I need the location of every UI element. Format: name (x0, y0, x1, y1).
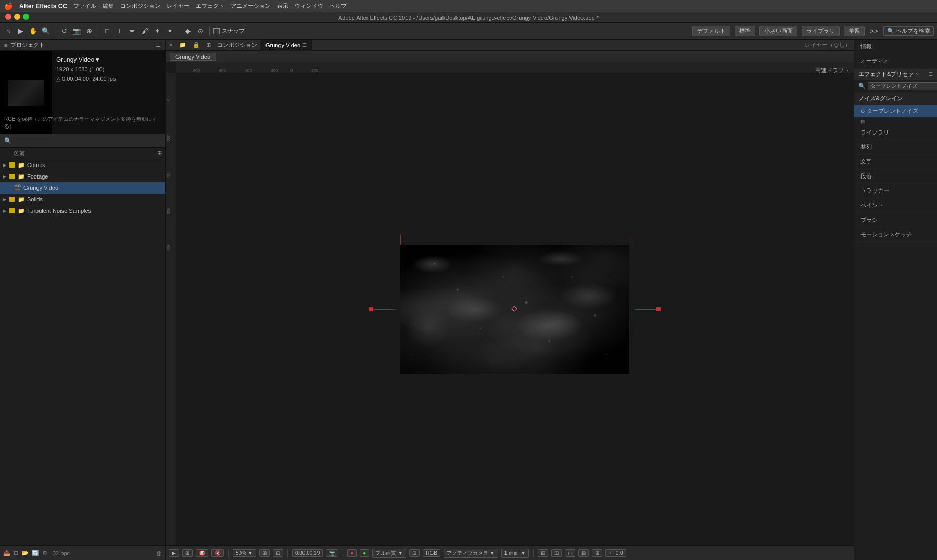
menu-file[interactable]: ファイル (73, 2, 96, 10)
file-item-solids[interactable]: ▶ 📁 Solids (0, 194, 165, 205)
layout-btn[interactable]: ⊞ (578, 549, 589, 557)
roto-icon[interactable]: ⊙ (195, 26, 206, 36)
hand-icon[interactable]: ✋ (28, 26, 39, 36)
project-search-input[interactable] (15, 138, 161, 144)
info-panel-item[interactable]: 情報 (854, 40, 937, 54)
puppet-icon[interactable]: ✦ (164, 26, 175, 36)
workspace-small[interactable]: 小さい画面 (759, 26, 797, 36)
pin-icon[interactable]: ◆ (183, 26, 193, 36)
fit-button[interactable]: ⊞ (259, 549, 270, 557)
channel-btn[interactable]: RGB (423, 549, 440, 557)
effects-search-input[interactable] (868, 82, 937, 90)
file-item-footage[interactable]: ▶ 📁 Footage (0, 171, 165, 182)
mask-btn[interactable]: ◻ (565, 549, 575, 557)
brush-icon[interactable]: 🖌 (140, 26, 150, 36)
view-count-select[interactable]: 1 画面 ▼ (501, 549, 529, 558)
anchor-diamond (511, 306, 517, 311)
menu-help[interactable]: ヘルプ (330, 2, 347, 10)
overlay-btn[interactable]: ⊡ (551, 549, 562, 557)
timecode-display[interactable]: 0:00:00:19 (292, 549, 323, 557)
library-panel-item[interactable]: ライブラリ (854, 125, 937, 140)
clone-icon[interactable]: ✦ (152, 26, 162, 36)
menu-effect[interactable]: エフェクト (196, 2, 224, 10)
apple-menu[interactable]: 🍎 (4, 2, 13, 10)
menu-edit[interactable]: 編集 (103, 2, 114, 10)
new-comp-icon[interactable]: ⊞ (14, 550, 18, 556)
camera-select[interactable]: アクティブカメラ ▼ (444, 549, 498, 558)
tracker-panel-item[interactable]: トラッカー (854, 184, 937, 198)
render-button[interactable]: ⊞ (182, 549, 193, 557)
menu-window[interactable]: ウィンドウ (295, 2, 323, 10)
rect-icon[interactable]: □ (102, 26, 112, 36)
text-icon[interactable]: ✒ (127, 26, 137, 36)
play-button[interactable]: ▶ (169, 549, 179, 557)
file-item-turbulent[interactable]: ▶ 📁 Turbulent Noise Samples (0, 205, 165, 217)
motion-sketch-panel-item[interactable]: モーションスケッチ (854, 227, 937, 242)
comp-tab-grungy[interactable]: Grungy Video ☰ (260, 40, 312, 51)
effects-item-turbulent[interactable]: ⊙ ターブレントノイズ (854, 105, 937, 118)
expand-arrow-solids[interactable]: ▶ (3, 197, 7, 202)
menu-animation[interactable]: アニメーション (231, 2, 271, 10)
audio-panel-item[interactable]: オーディオ (854, 54, 937, 69)
workspace-standard[interactable]: 標準 (735, 26, 755, 36)
help-search[interactable]: 🔍 ヘルプを検索 (883, 26, 934, 36)
effects-menu-icon[interactable]: ☰ (929, 72, 933, 77)
transparency-btn[interactable]: ⊡ (409, 549, 420, 557)
folder-new-icon[interactable]: 📂 (21, 550, 29, 556)
preview-opts[interactable]: 🎯 (196, 549, 208, 557)
project-menu-icon[interactable]: ☰ (156, 42, 161, 48)
menu-layer[interactable]: レイヤー (167, 2, 189, 10)
help-search-label: ヘルプを検索 (896, 27, 930, 35)
workspace-learn[interactable]: 学習 (844, 26, 865, 36)
project-panel-header: ≡ プロジェクト ☰ (0, 40, 165, 51)
close-button[interactable] (5, 14, 11, 20)
expand-arrow-turbulent[interactable]: ▶ (3, 209, 7, 213)
home-icon[interactable]: ⌂ (3, 26, 14, 36)
workspace-default[interactable]: デフォルト (692, 26, 730, 36)
zoom-icon[interactable]: 🔍 (41, 26, 51, 36)
project-icon: ≡ (4, 42, 7, 48)
paragraph-panel-item[interactable]: 段落 (854, 169, 937, 184)
tab-folder-icon: 📁 (176, 42, 189, 48)
file-item-grungy-video[interactable]: 🎬 Grungy Video (0, 182, 165, 194)
more-btn[interactable]: ⊞ (592, 549, 602, 557)
color-picker2[interactable]: ● (360, 549, 369, 557)
more-workspaces-icon[interactable]: >> (869, 26, 879, 36)
noise-patch-5 (405, 309, 451, 348)
text-panel-item[interactable]: 文字 (854, 155, 937, 169)
file-list: 名前 ⊞ ▶ 📁 Comps ▶ 📁 Footage 🎬 Grungy Vide… (0, 148, 165, 545)
main-layout: ≡ プロジェクト ☰ Grungy Video▼ 1920 x 1080 (1.… (0, 40, 937, 560)
minimize-button[interactable] (14, 14, 20, 20)
import-icon[interactable]: 📥 (3, 550, 10, 556)
rotate-icon[interactable]: ↺ (59, 26, 69, 36)
snapshot-btn[interactable]: 📷 (326, 549, 338, 557)
search-bottom-icon[interactable]: 🔄 (32, 550, 39, 556)
menu-view[interactable]: 表示 (277, 2, 288, 10)
workspace-library[interactable]: ライブラリ (802, 26, 840, 36)
settings-icon[interactable]: ⚙ (42, 550, 47, 556)
color-picker[interactable]: ● (347, 549, 357, 557)
expand-arrow-footage[interactable]: ▶ (3, 174, 7, 179)
align-panel-item[interactable]: 整列 (854, 140, 937, 155)
snap-checkbox[interactable] (213, 28, 220, 34)
expand-arrow-comps[interactable]: ▶ (3, 163, 7, 168)
close-tab-icon[interactable]: ✕ (166, 42, 176, 48)
zoom-select[interactable]: 50% ▼ (233, 549, 256, 557)
sort-icon[interactable]: ⊞ (157, 150, 162, 157)
resolution-btn[interactable]: ⊡ (273, 549, 283, 557)
footage-color (9, 174, 15, 179)
maximize-button[interactable] (23, 14, 29, 20)
pan-icon[interactable]: ⊕ (84, 26, 94, 36)
mute-button[interactable]: 🔇 (211, 549, 224, 557)
menu-composition[interactable]: コンポジション (120, 2, 160, 10)
file-item-comps[interactable]: ▶ 📁 Comps (0, 159, 165, 171)
viewport: -800 -600 -400 -200 0 200 0 200 400 600 … (166, 62, 854, 545)
delete-icon[interactable]: 🗑 (156, 550, 162, 556)
camera-icon[interactable]: 📷 (71, 26, 82, 36)
grid-btn[interactable]: ⊞ (538, 549, 548, 557)
quality-select[interactable]: フル画質 ▼ (372, 549, 406, 558)
brush-panel-item[interactable]: ブラシ (854, 213, 937, 227)
select-icon[interactable]: ▶ (16, 26, 26, 36)
paint-panel-item[interactable]: ペイント (854, 198, 937, 213)
pen-icon[interactable]: T (115, 26, 125, 36)
